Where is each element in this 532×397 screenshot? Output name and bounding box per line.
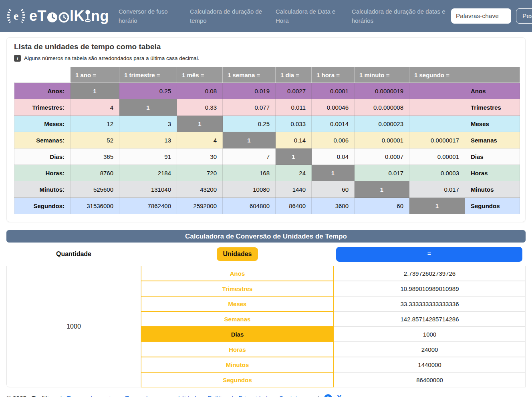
- value-cell: [409, 116, 465, 132]
- quantity-input[interactable]: 1000: [6, 266, 141, 387]
- footer-separator: |: [60, 395, 62, 397]
- row-label: Semanas:: [14, 132, 71, 148]
- value-cell: 1: [71, 83, 119, 99]
- value-cell: 0.0014: [312, 116, 355, 132]
- unit-button-minutos[interactable]: Minutos: [141, 357, 334, 372]
- value-cell: 1440: [276, 181, 312, 198]
- footer-link-1[interactable]: Termos de serviço: [67, 395, 117, 397]
- unit-button-segundos[interactable]: Segundos: [141, 372, 334, 387]
- units-label-badge: Unidades: [217, 247, 258, 261]
- main-nav: Conversor de fuso horárioCalculadora de …: [119, 7, 451, 26]
- page-title: Lista de unidades de tempo como tabela: [14, 42, 518, 51]
- value-cell: 0.006: [312, 132, 355, 148]
- row-label: Dias:: [14, 148, 71, 165]
- value-cell: 0.000023: [355, 116, 409, 132]
- value-cell: 0.0000017: [409, 132, 465, 148]
- table-row: Horas:876021847201682410.0170.0003Horas: [14, 165, 520, 181]
- clock-icon: [47, 12, 58, 23]
- value-cell: 0.0000019: [355, 83, 409, 99]
- time-units-table: 1 ano =1 trimestre =1 mês =1 semana =1 d…: [14, 67, 520, 214]
- row-label: Meses:: [14, 116, 71, 132]
- column-header: 1 dia =: [276, 67, 312, 83]
- units-label-wrap: Unidades: [141, 247, 334, 261]
- row-label-right: Semanas: [465, 132, 520, 148]
- value-cell: 0.33: [177, 99, 223, 116]
- value-cell: [409, 83, 465, 99]
- unit-button-trimestres[interactable]: Trimestres: [141, 281, 334, 296]
- value-cell: 31536000: [71, 198, 119, 214]
- unit-buttons-column: AnosTrimestresMesesSemanasDiasHorasMinut…: [141, 266, 334, 387]
- footer-link-4[interactable]: Contate-nos: [279, 395, 312, 397]
- value-cell: [409, 99, 465, 116]
- logo-text-1: eT: [29, 8, 46, 24]
- column-header-blank: [465, 67, 520, 83]
- row-label-right: Horas: [465, 165, 520, 181]
- value-cell: 10080: [223, 181, 276, 198]
- column-header: 1 trimestre =: [119, 67, 177, 83]
- row-label-right: Dias: [465, 148, 520, 165]
- footer-links: Termos de serviçoTermo de responsabilida…: [67, 395, 313, 397]
- value-cell: 0.00001: [409, 148, 465, 165]
- value-cell: 1: [223, 132, 276, 148]
- unit-table-card: Lista de unidades de tempo como tabela i…: [6, 37, 526, 222]
- nav-item-4[interactable]: Calculadora de duração de datas e horári…: [352, 7, 451, 26]
- value-cell: 0.00001: [355, 132, 409, 148]
- value-cell: 2184: [119, 165, 177, 181]
- table-row: Minutos:525600131040432001008014406010.0…: [14, 181, 520, 198]
- value-cell: 0.0.000008: [355, 99, 409, 116]
- nav-item-1[interactable]: Conversor de fuso horário: [119, 7, 179, 26]
- value-cell: 0.14: [276, 132, 312, 148]
- svg-text:e: e: [14, 10, 18, 22]
- equals-button[interactable]: =: [336, 247, 522, 262]
- laurel-e-icon: e: [6, 6, 26, 26]
- value-cell: 720: [177, 165, 223, 181]
- value-cell: 52: [71, 132, 119, 148]
- calculator-title: Calculadora de Conversão de Unidades de …: [6, 230, 526, 243]
- value-cell: 168: [223, 165, 276, 181]
- value-cell: 0.033: [276, 116, 312, 132]
- unit-button-anos[interactable]: Anos: [141, 266, 334, 281]
- value-cell: 7862400: [119, 198, 177, 214]
- column-header: 1 hora =: [312, 67, 355, 83]
- footer-link-2[interactable]: Termo de responsabilidade: [125, 395, 200, 397]
- value-cell: 1: [312, 165, 355, 181]
- table-row: Meses:12310.250.0330.00140.000023Meses: [14, 116, 520, 132]
- footer-link-3[interactable]: Política de Privacidade: [208, 395, 271, 397]
- value-cell: 365: [71, 148, 119, 165]
- value-cell: 86400: [276, 198, 312, 214]
- search-button[interactable]: Pesquisa: [516, 8, 532, 24]
- rounding-note: i Alguns números na tabela são arredonda…: [14, 55, 518, 62]
- value-cell: 4: [71, 99, 119, 116]
- value-cell: 13: [119, 132, 177, 148]
- value-cell: 1: [177, 116, 223, 132]
- quantity-label: Quantidade: [6, 251, 141, 258]
- x-icon[interactable]: X: [337, 394, 342, 397]
- facebook-icon[interactable]: f: [324, 394, 332, 397]
- column-header: 1 mês =: [177, 67, 223, 83]
- footer: © 2025 eToolKing | Termos de serviçoTerm…: [6, 394, 526, 397]
- value-cell: 1: [355, 181, 409, 198]
- value-cell: 0.0027: [276, 83, 312, 99]
- value-cell: 1: [119, 99, 177, 116]
- value-cell: 8760: [71, 165, 119, 181]
- unit-button-meses[interactable]: Meses: [141, 296, 334, 311]
- nav-item-2[interactable]: Calculadora de duração de tempo: [190, 7, 264, 26]
- calculator-header-row: Quantidade Unidades =: [6, 243, 526, 266]
- row-label-right: Segundos: [465, 198, 520, 214]
- result-cell: 142.85714285714286: [334, 311, 526, 327]
- value-cell: 0.017: [409, 181, 465, 198]
- value-cell: 0.04: [312, 148, 355, 165]
- table-header-row: 1 ano =1 trimestre =1 mês =1 semana =1 d…: [14, 67, 520, 83]
- brand-logo[interactable]: e eT lK ng: [6, 6, 109, 26]
- value-cell: 30: [177, 148, 223, 165]
- value-cell: 3: [119, 116, 177, 132]
- value-cell: 525600: [71, 181, 119, 198]
- copyright-text: © 2025 eToolKing: [6, 395, 56, 397]
- result-cell: 10.989010989010989: [334, 281, 526, 296]
- unit-button-dias[interactable]: Dias: [141, 327, 334, 342]
- search-input[interactable]: [451, 8, 511, 24]
- nav-item-3[interactable]: Calculadora de Data e Hora: [276, 7, 341, 26]
- unit-button-semanas[interactable]: Semanas: [141, 311, 334, 327]
- pin-icon: [85, 10, 91, 23]
- unit-button-horas[interactable]: Horas: [141, 342, 334, 357]
